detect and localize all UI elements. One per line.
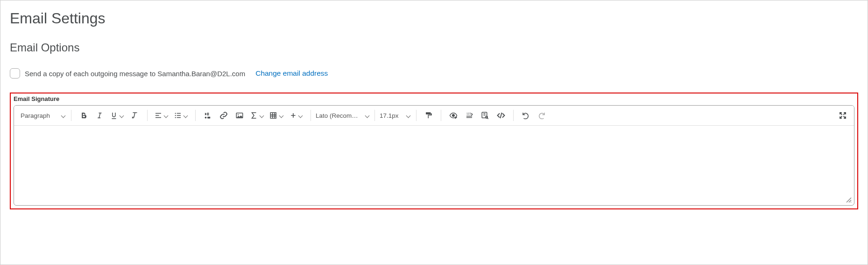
clear-format-button[interactable] <box>127 108 142 122</box>
link-icon <box>219 111 228 120</box>
font-size-value: 17.1px <box>380 112 399 119</box>
toolbar-separator <box>513 110 514 121</box>
send-copy-option-row: Send a copy of each outgoing message to … <box>10 68 858 79</box>
editor-toolbar: Paragraph <box>14 106 854 126</box>
underline-icon <box>110 111 118 120</box>
insert-more-button[interactable] <box>287 108 306 122</box>
italic-icon <box>95 111 104 120</box>
code-icon <box>497 111 505 120</box>
word-count-icon: 123 <box>465 111 473 120</box>
section-title-email-options: Email Options <box>10 41 858 54</box>
table-button[interactable] <box>268 108 286 122</box>
resize-icon <box>846 197 852 203</box>
preview-button[interactable] <box>478 108 493 122</box>
svg-rect-13 <box>426 112 431 115</box>
chevron-down-icon <box>163 113 169 118</box>
align-icon <box>154 111 162 120</box>
underline-button[interactable] <box>108 108 127 122</box>
chevron-down-icon <box>298 113 303 118</box>
eye-check-icon <box>449 111 458 120</box>
svg-point-11 <box>238 114 239 115</box>
font-family-value: Lato (Recomm… <box>316 112 360 119</box>
redo-icon <box>537 111 546 120</box>
svg-rect-7 <box>208 113 209 115</box>
svg-rect-12 <box>270 113 276 118</box>
svg-rect-3 <box>177 113 181 114</box>
editor-content-area[interactable] <box>14 126 854 205</box>
svg-point-8 <box>205 117 207 119</box>
redo-button[interactable] <box>534 108 549 122</box>
toolbar-separator <box>374 110 375 121</box>
list-icon <box>174 111 182 120</box>
format-painter-button[interactable] <box>421 108 436 122</box>
svg-point-14 <box>452 115 455 117</box>
svg-point-0 <box>175 113 176 114</box>
chevron-down-icon <box>61 113 66 118</box>
toolbar-separator <box>311 110 311 121</box>
italic-button[interactable] <box>92 108 107 122</box>
rich-text-editor: Paragraph <box>14 105 854 206</box>
font-size-select[interactable]: 17.1px <box>377 108 414 122</box>
email-signature-section: Email Signature Paragraph <box>10 93 858 209</box>
insert-stuff-icon <box>204 111 212 120</box>
source-code-button[interactable] <box>494 108 508 122</box>
svg-point-2 <box>175 117 176 118</box>
bold-button[interactable] <box>76 108 91 122</box>
sigma-icon <box>250 111 258 120</box>
word-count-button[interactable]: 123 <box>462 108 477 122</box>
clear-format-icon <box>131 111 139 120</box>
fullscreen-icon <box>839 111 847 120</box>
align-button[interactable] <box>152 108 171 122</box>
send-copy-checkbox[interactable] <box>10 68 20 79</box>
image-icon <box>235 111 244 120</box>
undo-button[interactable] <box>518 108 533 122</box>
chevron-down-icon <box>279 113 284 118</box>
block-format-select[interactable]: Paragraph <box>18 108 69 122</box>
toolbar-separator <box>71 110 71 121</box>
equation-button[interactable] <box>248 108 267 122</box>
svg-text:123: 123 <box>466 112 472 115</box>
list-button[interactable] <box>172 108 191 122</box>
chevron-down-icon <box>119 113 125 118</box>
preview-icon <box>481 111 489 120</box>
page-title: Email Settings <box>10 10 858 27</box>
bold-icon <box>79 111 88 120</box>
font-family-select[interactable]: Lato (Recomm… <box>313 108 373 122</box>
svg-point-1 <box>175 115 176 116</box>
insert-image-button[interactable] <box>232 108 247 122</box>
send-copy-label: Send a copy of each outgoing message to … <box>25 70 245 78</box>
accessibility-check-button[interactable] <box>446 108 461 122</box>
block-format-value: Paragraph <box>21 112 50 119</box>
toolbar-separator <box>195 110 196 121</box>
toolbar-separator <box>416 110 416 121</box>
svg-rect-5 <box>177 117 181 118</box>
email-settings-page: Email Settings Email Options Send a copy… <box>0 0 868 265</box>
svg-rect-6 <box>207 113 208 115</box>
chevron-down-icon <box>259 113 265 118</box>
plus-icon <box>289 112 297 119</box>
fullscreen-button[interactable] <box>835 108 850 122</box>
insert-link-button[interactable] <box>216 108 231 122</box>
svg-rect-9 <box>207 117 210 119</box>
chevron-down-icon <box>406 113 411 118</box>
email-signature-label: Email Signature <box>14 95 854 102</box>
insert-stuff-button[interactable] <box>200 108 215 122</box>
toolbar-separator <box>147 110 148 121</box>
format-painter-icon <box>424 111 433 120</box>
undo-icon <box>522 111 530 120</box>
svg-rect-4 <box>177 115 181 116</box>
resize-handle[interactable] <box>846 197 852 203</box>
toolbar-separator <box>441 110 441 121</box>
chevron-down-icon <box>183 113 189 118</box>
change-email-link[interactable]: Change email address <box>255 69 328 78</box>
table-icon <box>269 111 278 120</box>
chevron-down-icon <box>365 113 370 118</box>
